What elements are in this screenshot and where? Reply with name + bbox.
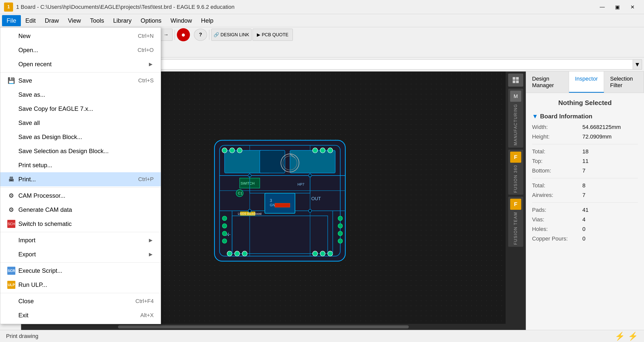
svg-point-22 — [313, 148, 318, 153]
menu-item-new-label: New — [18, 32, 30, 40]
fusion-team-panel[interactable]: F FUSION TEAM — [508, 197, 523, 247]
menu-item-switch-schematic[interactable]: SCH Switch to schematic — [0, 217, 161, 231]
canvas-right-panels: M MANUFACTURING F FUSION 360 F FUSION TE… — [506, 72, 526, 330]
pcb-board-svg: 3 GND SWITCH OUT IN- C1 — [199, 135, 360, 266]
inspector-panel: Design Manager Inspector Selection Filte… — [526, 72, 644, 330]
svg-rect-51 — [513, 77, 515, 80]
menu-item-save-as[interactable]: Save as... — [0, 88, 161, 102]
close-shortcut: Ctrl+F4 — [135, 298, 154, 304]
svg-text:C1: C1 — [238, 191, 243, 195]
open-icon — [7, 46, 15, 54]
svg-point-45 — [222, 231, 227, 236]
new-shortcut: Ctrl+N — [138, 33, 154, 39]
menu-item-export[interactable]: Export ► — [0, 247, 161, 261]
menu-item-save-all[interactable]: Save all — [0, 116, 161, 130]
menu-item-print[interactable]: 🖶 Print... Ctrl+P — [0, 172, 161, 186]
menu-item-execute-script[interactable]: SCR Execute Script... — [0, 264, 161, 278]
menu-draw[interactable]: Draw — [40, 15, 63, 26]
minimize-button[interactable]: — — [595, 2, 610, 12]
status-bar: Print drawing ⚡ ⚡ — [0, 330, 644, 342]
menu-item-print-setup-label: Print setup... — [18, 162, 52, 169]
menu-item-cam-label: CAM Processor... — [18, 192, 65, 199]
height-label: Height: — [532, 133, 582, 140]
menu-options[interactable]: Options — [136, 15, 166, 26]
menu-item-open-recent[interactable]: Open recent ► — [0, 57, 161, 71]
status-right: ⚡ ⚡ — [615, 331, 638, 341]
tab-design-manager[interactable]: Design Manager — [526, 72, 569, 93]
save-design-block-icon — [7, 133, 15, 141]
total-components-row: Total: 18 — [532, 148, 638, 155]
total-components-label: Total: — [532, 148, 582, 155]
h-scrollbar[interactable] — [21, 324, 506, 330]
menu-help[interactable]: Help — [196, 15, 218, 26]
manufacturing-icon: M — [510, 91, 521, 102]
menu-item-generate-cam-label: Generate CAM data — [18, 206, 72, 213]
menu-item-import[interactable]: Import ► — [0, 233, 161, 247]
menu-item-save[interactable]: 💾 Save Ctrl+S — [0, 74, 161, 88]
panel-toggle-button[interactable] — [508, 74, 523, 87]
menu-item-print-setup[interactable]: Print setup... — [0, 158, 161, 172]
menu-item-exit-label: Exit — [18, 312, 28, 319]
fusion-team-icon: F — [510, 199, 521, 210]
save-as-icon — [7, 91, 15, 99]
menu-item-open[interactable]: Open... Ctrl+O — [0, 43, 161, 57]
print-setup-icon — [7, 161, 15, 169]
menu-file[interactable]: File — [2, 15, 21, 26]
design-link-button[interactable]: 🔗 DESIGN LINK — [211, 29, 252, 41]
save-all-icon — [7, 119, 15, 127]
menu-item-run-ulp[interactable]: ULP Run ULP... — [0, 278, 161, 292]
menu-item-cam-processor[interactable]: ⚙ CAM Processor... — [0, 189, 161, 203]
stop-button[interactable]: ● — [177, 28, 190, 41]
save-selection-icon — [7, 147, 15, 155]
total-nets-row: Total: 8 — [532, 182, 638, 189]
menu-library[interactable]: Library — [109, 15, 136, 26]
bottom-row: Bottom: 7 — [532, 167, 638, 174]
tab-selection-filter[interactable]: Selection Filter — [604, 72, 644, 93]
menu-item-save-selection-design-block[interactable]: Save Selection as Design Block... — [0, 144, 161, 158]
total-components-value: 18 — [582, 148, 588, 155]
app-icon: 1 — [4, 3, 13, 12]
svg-point-30 — [313, 251, 318, 256]
menu-item-new[interactable]: New Ctrl+N — [0, 29, 161, 43]
svg-rect-18 — [275, 203, 290, 207]
fusion360-label: FUSION 360 — [513, 165, 518, 193]
cam-icon: ⚙ — [7, 192, 15, 200]
menu-tools[interactable]: Tools — [86, 15, 109, 26]
generate-cam-icon: ⚙ — [7, 206, 15, 214]
menu-item-close[interactable]: Close Ctrl+F4 — [0, 294, 161, 308]
help-button[interactable]: ? — [194, 29, 207, 41]
menu-item-generate-cam[interactable]: ⚙ Generate CAM data — [0, 203, 161, 217]
manufacturing-panel[interactable]: M MANUFACTURING — [508, 89, 523, 148]
pads-value: 41 — [582, 207, 588, 213]
lightning-icon-right: ⚡ — [628, 331, 638, 341]
tab-inspector[interactable]: Inspector — [569, 72, 604, 93]
width-value: 54.6682125mm — [582, 124, 621, 130]
svg-point-19 — [222, 148, 227, 153]
menu-item-save-copy[interactable]: Save Copy for EAGLE 7.x... — [0, 102, 161, 116]
redo-button[interactable]: → — [159, 29, 173, 41]
close-button[interactable]: ✕ — [625, 2, 640, 12]
width-label: Width: — [532, 124, 582, 130]
title-bar: 1 1 Board - C:\Users\hp\Documents\EAGLE\… — [0, 0, 644, 14]
airwires-label: Airwires: — [532, 192, 582, 198]
execute-script-icon: SCR — [7, 267, 15, 275]
new-icon — [7, 32, 15, 40]
menu-item-exit[interactable]: Exit Alt+X — [0, 308, 161, 322]
save-icon: 💾 — [7, 77, 15, 85]
menu-view[interactable]: View — [63, 15, 86, 26]
menu-item-save-design-block[interactable]: Save as Design Block... — [0, 130, 161, 144]
save-copy-icon — [7, 105, 15, 113]
svg-rect-52 — [516, 77, 519, 80]
command-dropdown-button[interactable]: ▼ — [633, 59, 642, 70]
svg-text:OUT: OUT — [311, 196, 321, 201]
menu-edit[interactable]: Edit — [21, 15, 40, 26]
nothing-selected-label: Nothing Selected — [532, 99, 638, 107]
export-arrow: ► — [148, 251, 154, 258]
fusion360-panel[interactable]: F FUSION 360 — [508, 150, 523, 195]
fusion360-icon: F — [510, 152, 521, 163]
maximize-button[interactable]: ▣ — [610, 2, 625, 12]
open-recent-icon — [7, 60, 15, 68]
pcb-quote-button[interactable]: ▶ PCB QUOTE — [253, 29, 293, 41]
menu-window[interactable]: Window — [166, 15, 196, 26]
svg-rect-2 — [232, 216, 328, 254]
